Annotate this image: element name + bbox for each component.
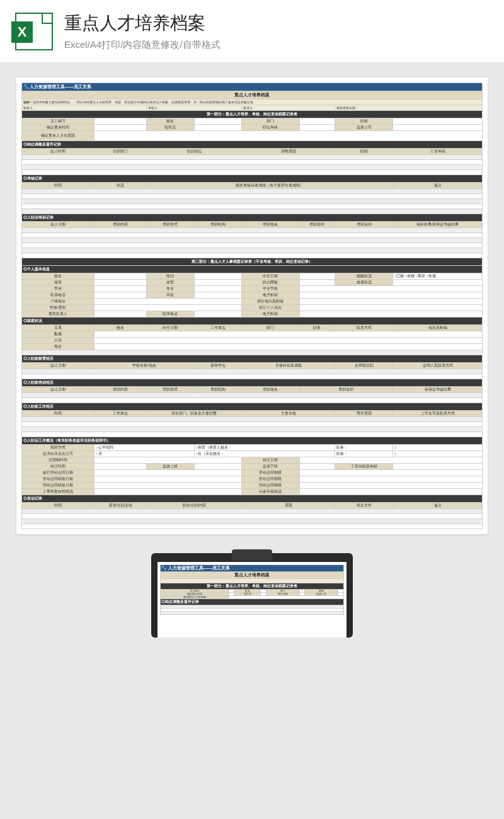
sec-personal: ◎个人基本信息 [22,266,483,273]
template-sheet: 🔧人力资源管理工具——员工关系 重点人才培养档案 说明：该培养档案主要包括两部分… [16,77,488,534]
rank-label: 职级 [335,118,393,125]
approver-label: 批准人： [241,105,335,111]
sec-position: ◎岗位调整及晋升记录 [22,141,483,149]
marital-options: ○已婚 ○未婚 ○离异 ○丧偶 [393,273,483,280]
emp-id-label: 员工编号 [22,118,94,125]
sec-work: ◎入职前工作经历 [22,403,483,411]
title-block: 重点人才培养档案 Excel/A4打印/内容随意修改/自带格式 [64,11,220,51]
wrench-icon: 🔧 [161,566,167,570]
doc-title: 重点人才培养档案 [22,91,483,100]
maker-label: 制表人： [22,105,147,111]
sec-family: ◎家庭状况 [22,318,483,325]
sec-train-after: ◎入职后培训记录 [22,214,483,222]
excel-table: 🔧人力资源管理工具——员工关系 重点人才培养档案 说明：该培养档案主要包括两部分… [21,83,483,529]
preview-area: 🔧人力资源管理工具——员工关系 重点人才培养档案 说明：该培养档案主要包括两部分… [0,62,504,653]
sec-exam: ◎考核记录 [22,175,483,183]
sec-train-before: ◎入职前培训经历 [22,379,483,387]
page-subtitle: Excel/A4打印/内容随意修改/自带格式 [64,39,220,51]
part2-header: 第二部分：重点人才人事档案记录表（不含考核、培训、岗位变动记录） [22,258,483,266]
tool-banner: 🔧人力资源管理工具——员工关系 [22,83,483,91]
part1-header: 第一部分：重点人才培养、考核、岗位变动档案记录表 [22,111,483,118]
sec-change: ◎变动记录 [22,495,483,503]
reviewer-label: 审核人： [147,105,241,111]
sec-hire: ◎入职后工作概况（有关职务信息详见职务说明书） [22,437,483,445]
clipboard-thumbnail: 🔧 人力资源管理工具——员工关系 重点人才培养档案 第一部分：重点人才培养、考核… [151,553,353,638]
wrench-icon: 🔧 [23,84,30,89]
reason-label: 确定重点人才的原因 [22,131,94,141]
sec-edu: ◎入职前教育经历 [22,355,483,363]
update-date-label: 最新更新日期： [335,105,483,111]
dept-label: 部门 [241,118,299,125]
page-header: X 重点人才培养档案 Excel/A4打印/内容随意修改/自带格式 [0,0,504,62]
page-title: 重点人才培养档案 [64,11,220,35]
usage-note: 说明：该培养档案主要包括两部分，一部分为对重点人才的培养、考核、变动进行详细的记… [22,100,483,105]
name-label: 姓名 [147,118,194,125]
excel-icon: X [15,13,53,50]
